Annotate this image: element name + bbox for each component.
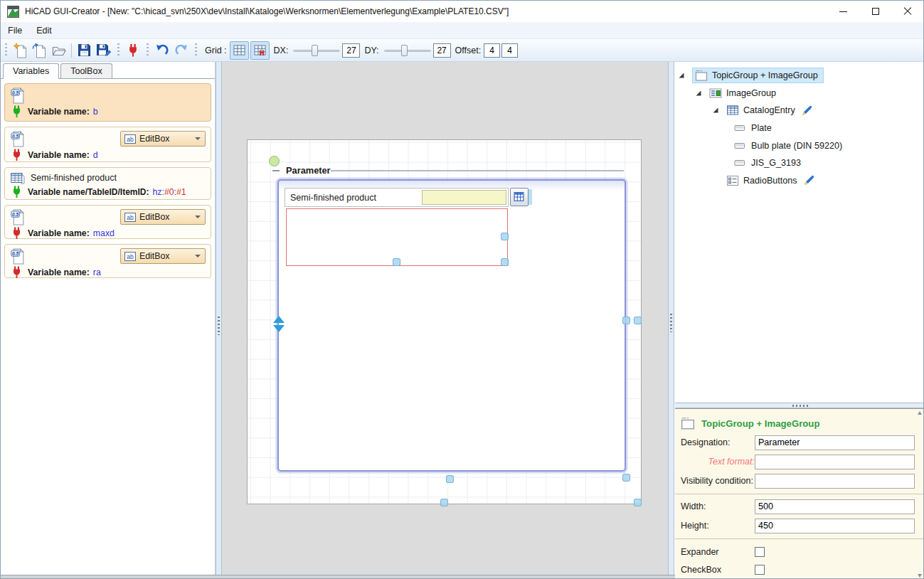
plug-button[interactable] [123,41,142,60]
dy-label: DY: [364,46,378,55]
edit-pencil-icon[interactable] [804,175,814,186]
tab-variables[interactable]: Variables [3,63,59,79]
form-resize-handle-bottom[interactable] [440,499,448,506]
height-input[interactable] [755,519,915,533]
group-resize-handle-bottom[interactable] [446,475,454,483]
right-splitter[interactable] [668,62,674,575]
move-down-arrow-icon[interactable] [273,325,285,332]
tree-row-imagegroup[interactable]: ImageGroup [675,85,924,102]
properties-splitter[interactable] [675,403,924,408]
tree-row-catalogentry[interactable]: CatalogEntry [675,102,924,119]
variable-card-ra[interactable]: 0.5 ab EditBox Variable nam [4,244,211,278]
menu-file[interactable]: File [1,23,29,38]
group-resize-handle-right[interactable] [622,317,630,324]
chevron-down-icon [195,216,201,218]
catalog-table-icon [514,191,525,203]
dy-slider[interactable] [384,44,431,57]
minimize-button[interactable] [827,1,859,22]
save-button[interactable] [75,41,94,60]
variable-value: maxd [93,228,115,238]
topicgroup-icon [681,417,695,430]
dy-slider-thumb[interactable] [401,45,408,56]
app-window: HiCAD GUI-Creator - [New: "C:\hicad_svn\… [0,0,924,579]
tree-expander-icon[interactable] [712,107,726,114]
tree-selection[interactable]: TopicGroup + ImageGroup [692,68,824,83]
new-file-button[interactable] [11,41,30,60]
control-type-dropdown[interactable]: ab EditBox [120,209,206,225]
tree-expander-icon[interactable] [678,72,692,79]
new-from-template-icon [32,43,48,58]
variable-card-b[interactable]: 0.5 Variable name: b [4,83,211,122]
catalog-entry-row[interactable]: Semi-finished product [285,188,509,207]
form-surface[interactable]: Parameter Semi-finished product [247,139,642,504]
control-type-dropdown[interactable]: ab EditBox [120,248,206,264]
svg-text:ab: ab [127,135,134,142]
text-format-input[interactable] [755,455,915,469]
maximize-button[interactable] [859,1,891,22]
edit-pencil-icon[interactable] [802,105,812,116]
scroll-down-icon[interactable] [918,574,922,578]
tab-toolbox[interactable]: ToolBox [60,63,112,78]
designation-input[interactable] [755,435,915,450]
variable-card-d[interactable]: 0.5 ab EditBox Variable nam [4,127,211,162]
expander-checkbox[interactable] [755,547,765,557]
toolbar: Grid : DX: DY: Offset: [1,39,923,62]
dx-input[interactable] [342,43,360,58]
control-type-dropdown[interactable]: ab EditBox [120,131,206,147]
toolbar-grip[interactable] [5,43,7,58]
group-resize-handle-corner[interactable] [622,474,630,482]
visibility-input[interactable] [755,474,915,489]
dy-input[interactable] [433,43,451,58]
undo-button[interactable] [152,41,171,60]
resize-handle-right[interactable] [501,233,509,240]
tree-row-plate[interactable]: Plate [675,119,924,137]
grid-toggle-button[interactable] [230,41,249,60]
radio-buttons-placeholder[interactable] [286,208,508,266]
tree-row-topicgroup[interactable]: TopicGroup + ImageGroup [675,67,924,85]
move-up-arrow-icon[interactable] [273,316,285,323]
form-resize-handle-right[interactable] [634,317,642,324]
group-origin-handle[interactable] [269,156,280,166]
topicgroup-icon [695,70,708,81]
menu-edit[interactable]: Edit [29,23,59,38]
maximize-icon [872,8,879,15]
svg-text:0.5: 0.5 [12,212,18,217]
checkbox-checkbox[interactable] [755,565,765,575]
dx-slider-thumb[interactable] [312,45,318,56]
dx-slider[interactable] [293,44,340,57]
tree-expander-icon[interactable] [695,90,709,97]
tree-row-radiobuttons[interactable]: RadioButtons [675,172,924,190]
catalog-browse-button[interactable] [510,188,529,206]
redo-button[interactable] [171,41,191,60]
grid-snap-toggle-button[interactable] [250,41,270,60]
variable-card-maxd[interactable]: 0.5 ab EditBox Variable nam [4,205,211,239]
width-input[interactable] [755,499,915,514]
new-from-template-button[interactable] [30,41,49,60]
tree-item-label: Bulb plate (DIN 59220) [751,141,842,151]
groupbox-title[interactable]: Parameter [282,165,334,176]
tree-row-jis[interactable]: JIS_G_3193 [675,154,924,172]
redo-icon [174,44,188,57]
variable-card-hz[interactable]: Semi-finished product Variable name/Tabl… [4,167,211,200]
left-splitter[interactable] [216,62,222,575]
form-resize-handle-corner[interactable] [634,499,642,506]
resize-handle-bottom[interactable] [393,258,400,266]
design-canvas[interactable]: Parameter Semi-finished product [222,62,668,575]
toolbar-grip[interactable] [147,43,149,58]
resize-handle-corner[interactable] [501,258,509,266]
close-button[interactable] [891,1,923,22]
svg-text:0.5: 0.5 [12,134,18,139]
splitter-grip [792,405,809,407]
scroll-up-icon[interactable] [918,411,922,415]
save-as-button[interactable] [94,41,113,60]
checkbox-label: CheckBox [681,565,755,575]
toolbar-grip[interactable] [117,43,120,58]
tree-row-bulb-plate[interactable]: Bulb plate (DIN 59220) [675,137,924,154]
offset-y-input[interactable] [501,43,518,58]
open-file-button[interactable] [49,41,68,60]
properties-scrollbar[interactable] [916,410,923,579]
catalog-entry-field[interactable] [422,190,506,205]
toolbar-grip[interactable] [195,43,197,58]
tree-item-label: Plate [751,123,772,133]
offset-x-input[interactable] [484,43,500,58]
